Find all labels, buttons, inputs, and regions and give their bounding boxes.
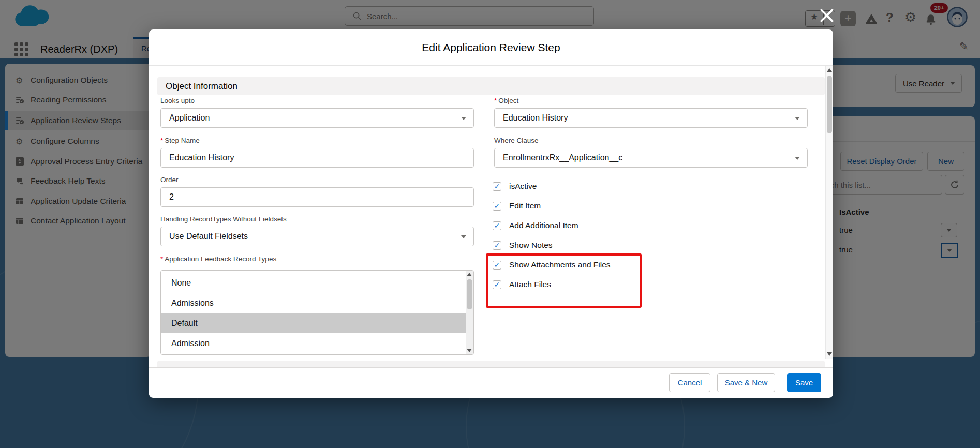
checkbox-box: ✓: [493, 241, 501, 250]
feedback-record-types-listbox[interactable]: None Admissions Default Admission: [160, 270, 474, 355]
scroll-up-icon[interactable]: [467, 273, 472, 276]
checkbox-box: ✓: [493, 182, 501, 191]
field-order: Order 2: [160, 176, 474, 207]
check-icon: ✓: [494, 183, 500, 190]
listbox-option-selected[interactable]: Default: [161, 313, 466, 333]
chevron-down-icon: [461, 235, 466, 238]
field-label: Object: [498, 97, 518, 104]
where-clause-select[interactable]: EnrollmentrxRx__Application__c: [494, 148, 808, 168]
modal-scrollbar[interactable]: [825, 66, 833, 359]
field-label: Looks upto: [160, 97, 474, 104]
field-application-feedback-record-types: *Application Feedback Record Types: [160, 255, 474, 266]
checkbox-show-notes[interactable]: ✓ Show Notes: [493, 241, 553, 250]
check-icon: ✓: [494, 242, 500, 249]
chevron-down-icon: [461, 117, 466, 120]
listbox-option[interactable]: Admission: [161, 333, 466, 353]
screen: Search... ★ + ? ⚙ 20+ ReaderRx (DXP) Re …: [0, 0, 980, 448]
step-name-input[interactable]: Education History: [160, 148, 474, 168]
modal-title: Edit Application Review Step: [149, 29, 833, 66]
field-object: *Object Education History: [494, 97, 808, 128]
checkbox-box: ✓: [493, 202, 501, 211]
scroll-up-icon[interactable]: [827, 68, 832, 72]
scrollbar-thumb[interactable]: [827, 76, 832, 133]
scrollbar-thumb[interactable]: [467, 279, 472, 309]
checkbox-add-additional-item[interactable]: ✓ Add Additional Item: [493, 221, 578, 230]
next-section-peek: [157, 361, 825, 368]
save-and-new-button[interactable]: Save & New: [717, 373, 775, 392]
listbox-option[interactable]: Admissions: [161, 293, 466, 313]
field-label: Handling RecordTypes Without Fieldsets: [160, 215, 474, 223]
field-where-clause: Where Clause EnrollmentrxRx__Application…: [494, 137, 808, 168]
object-select[interactable]: Education History: [494, 108, 808, 128]
field-label: Application Feedback Record Types: [165, 255, 276, 263]
required-marker: *: [160, 137, 163, 144]
cancel-button[interactable]: Cancel: [669, 373, 710, 392]
modal-footer: Cancel Save & New Save: [149, 367, 833, 398]
field-label: Step Name: [165, 137, 200, 144]
listbox-option[interactable]: None: [161, 273, 466, 293]
field-looks-upto: Looks upto Application: [160, 97, 474, 128]
field-label: Where Clause: [494, 137, 808, 144]
close-icon[interactable]: [819, 7, 835, 24]
required-marker: *: [494, 97, 497, 104]
save-button[interactable]: Save: [787, 373, 821, 392]
checkbox-box: ✓: [493, 221, 501, 230]
listbox-scrollbar[interactable]: [466, 271, 473, 354]
looks-upto-select[interactable]: Application: [160, 108, 474, 128]
check-icon: ✓: [494, 202, 500, 210]
chevron-down-icon: [795, 157, 800, 160]
field-step-name: *Step Name Education History: [160, 137, 474, 168]
checkbox-edit-item[interactable]: ✓ Edit Item: [493, 201, 541, 211]
scroll-down-icon[interactable]: [467, 349, 472, 352]
edit-application-review-step-modal: Edit Application Review Step Object Info…: [149, 29, 833, 397]
check-icon: ✓: [494, 222, 500, 230]
field-handling-recordtypes: Handling RecordTypes Without Fieldsets U…: [160, 215, 474, 246]
handling-recordtypes-select[interactable]: Use Default Fieldsets: [160, 227, 474, 246]
order-input[interactable]: 2: [160, 187, 474, 207]
required-marker: *: [160, 255, 163, 263]
checkbox-isactive[interactable]: ✓ isActive: [493, 182, 537, 191]
red-highlight-annotation: [486, 253, 642, 308]
field-label: Order: [160, 176, 474, 184]
section-header-object-information: Object Information: [157, 77, 825, 95]
scroll-down-icon[interactable]: [827, 352, 832, 356]
chevron-down-icon: [795, 117, 800, 120]
